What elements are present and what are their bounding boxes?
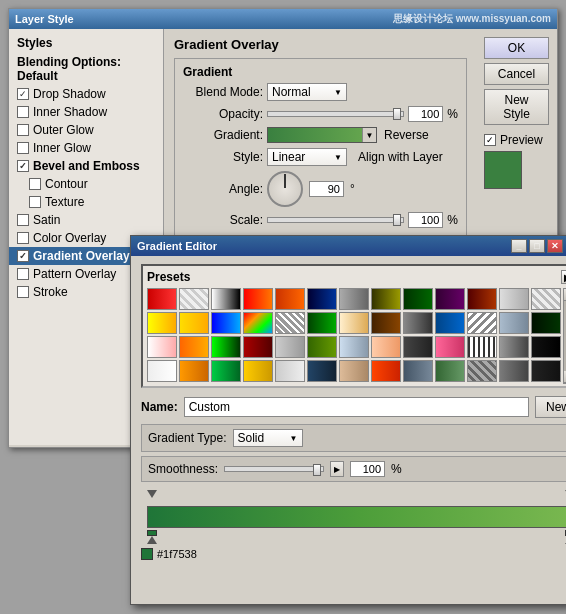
smoothness-thumb[interactable] [313, 464, 321, 476]
angle-input[interactable] [309, 181, 344, 197]
name-input[interactable] [184, 397, 529, 417]
color-stop-left[interactable] [147, 530, 157, 544]
preset-1-1[interactable] [147, 288, 177, 310]
gradient-bar-arrow[interactable]: ▼ [362, 128, 376, 142]
preset-1-10[interactable] [435, 288, 465, 310]
preset-3-8[interactable] [371, 336, 401, 358]
scale-slider-thumb[interactable] [393, 214, 401, 226]
preset-3-3[interactable] [211, 336, 241, 358]
preset-4-8[interactable] [371, 360, 401, 382]
sidebar-item-contour[interactable]: Contour [9, 175, 163, 193]
preset-2-4[interactable] [243, 312, 273, 334]
preset-4-5[interactable] [275, 360, 305, 382]
ok-button[interactable]: OK [484, 37, 549, 59]
sidebar-item-drop-shadow[interactable]: Drop Shadow [9, 85, 163, 103]
gradient-type-dropdown[interactable]: Solid ▼ [233, 429, 303, 447]
preset-1-13[interactable] [531, 288, 561, 310]
stroke-checkbox[interactable] [17, 286, 29, 298]
inner-shadow-checkbox[interactable] [17, 106, 29, 118]
sidebar-item-blending[interactable]: Blending Options: Default [9, 53, 163, 85]
scale-input[interactable] [408, 212, 443, 228]
preset-2-1[interactable] [147, 312, 177, 334]
preset-2-5[interactable] [275, 312, 305, 334]
preset-1-5[interactable] [275, 288, 305, 310]
preset-2-2[interactable] [179, 312, 209, 334]
preset-3-13[interactable] [531, 336, 561, 358]
preset-1-8[interactable] [371, 288, 401, 310]
preset-2-3[interactable] [211, 312, 241, 334]
preset-4-1[interactable] [147, 360, 177, 382]
preset-4-12[interactable] [499, 360, 529, 382]
preset-4-3[interactable] [211, 360, 241, 382]
cancel-button[interactable]: Cancel [484, 63, 549, 85]
preset-4-11[interactable] [467, 360, 497, 382]
opacity-slider-thumb[interactable] [393, 108, 401, 120]
preset-3-9[interactable] [403, 336, 433, 358]
satin-checkbox[interactable] [17, 214, 29, 226]
angle-dial[interactable] [267, 171, 303, 207]
preset-1-3[interactable] [211, 288, 241, 310]
preset-3-4[interactable] [243, 336, 273, 358]
new-style-button[interactable]: New Style [484, 89, 549, 125]
preset-1-12[interactable] [499, 288, 529, 310]
new-gradient-button[interactable]: New [535, 396, 566, 418]
preset-2-9[interactable] [403, 312, 433, 334]
preset-3-12[interactable] [499, 336, 529, 358]
sidebar-item-bevel[interactable]: Bevel and Emboss [9, 157, 163, 175]
sidebar-item-texture[interactable]: Texture [9, 193, 163, 211]
preset-1-4[interactable] [243, 288, 273, 310]
opacity-input[interactable] [408, 106, 443, 122]
preset-1-11[interactable] [467, 288, 497, 310]
preset-3-10[interactable] [435, 336, 465, 358]
scale-slider[interactable] [267, 217, 404, 223]
gradient-overlay-checkbox[interactable] [17, 250, 29, 262]
minimize-button[interactable]: _ [511, 239, 527, 253]
blend-mode-dropdown[interactable]: Normal ▼ [267, 83, 347, 101]
color-overlay-checkbox[interactable] [17, 232, 29, 244]
preset-3-5[interactable] [275, 336, 305, 358]
smoothness-arrow[interactable]: ▶ [330, 461, 344, 477]
sidebar-item-satin[interactable]: Satin [9, 211, 163, 229]
maximize-button[interactable]: □ [529, 239, 545, 253]
smoothness-input[interactable] [350, 461, 385, 477]
close-button[interactable]: ✕ [547, 239, 563, 253]
preset-1-9[interactable] [403, 288, 433, 310]
preset-2-11[interactable] [467, 312, 497, 334]
preset-1-7[interactable] [339, 288, 369, 310]
preset-4-13[interactable] [531, 360, 561, 382]
preset-3-11[interactable] [467, 336, 497, 358]
preset-2-13[interactable] [531, 312, 561, 334]
preset-2-8[interactable] [371, 312, 401, 334]
bevel-checkbox[interactable] [17, 160, 29, 172]
preset-2-10[interactable] [435, 312, 465, 334]
sidebar-item-inner-shadow[interactable]: Inner Shadow [9, 103, 163, 121]
opacity-slider[interactable] [267, 111, 404, 117]
preset-3-6[interactable] [307, 336, 337, 358]
gradient-picker[interactable]: ▼ [267, 127, 377, 143]
sidebar-item-outer-glow[interactable]: Outer Glow [9, 121, 163, 139]
preset-4-7[interactable] [339, 360, 369, 382]
preview-checkbox[interactable] [484, 134, 496, 146]
texture-checkbox[interactable] [29, 196, 41, 208]
preset-1-6[interactable] [307, 288, 337, 310]
opacity-stop-left[interactable] [147, 490, 157, 504]
preset-4-9[interactable] [403, 360, 433, 382]
preset-2-12[interactable] [499, 312, 529, 334]
pattern-overlay-checkbox[interactable] [17, 268, 29, 280]
preset-3-2[interactable] [179, 336, 209, 358]
preset-2-6[interactable] [307, 312, 337, 334]
contour-checkbox[interactable] [29, 178, 41, 190]
outer-glow-checkbox[interactable] [17, 124, 29, 136]
preset-4-2[interactable] [179, 360, 209, 382]
preset-3-1[interactable] [147, 336, 177, 358]
preset-4-6[interactable] [307, 360, 337, 382]
preset-2-7[interactable] [339, 312, 369, 334]
preset-1-2[interactable] [179, 288, 209, 310]
drop-shadow-checkbox[interactable] [17, 88, 29, 100]
gradient-bar-preview[interactable] [147, 506, 566, 528]
inner-glow-checkbox[interactable] [17, 142, 29, 154]
smoothness-slider[interactable] [224, 466, 324, 472]
preset-3-7[interactable] [339, 336, 369, 358]
presets-expand-button[interactable]: ▶ [561, 270, 566, 284]
preset-4-4[interactable] [243, 360, 273, 382]
